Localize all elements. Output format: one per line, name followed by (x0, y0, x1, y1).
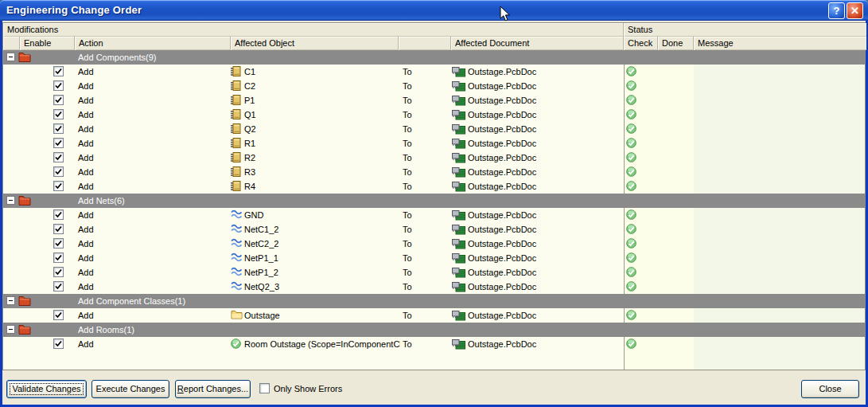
preposition-cell: To (403, 237, 412, 251)
table-row: AddR2ToOutstage.PcbDoc (3, 151, 865, 165)
table-row: AddNetQ2_3ToOutstage.PcbDoc (3, 280, 865, 294)
modifications-grid: Add Components(9)AddC1ToOutstage.PcbDocA… (3, 50, 865, 370)
preposition-cell: To (403, 337, 412, 351)
collapse-expander-icon[interactable] (6, 53, 15, 61)
column-header-check[interactable]: Check (624, 37, 658, 50)
action-cell: Add (78, 122, 94, 136)
pcbdoc-icon (452, 225, 465, 237)
action-cell: Add (78, 165, 94, 179)
preposition-cell: To (403, 179, 412, 194)
net-icon (231, 281, 243, 292)
component-icon (231, 109, 241, 121)
execute-changes-button[interactable]: Execute Changes (91, 380, 169, 398)
only-show-errors-label[interactable]: Only Show Errors (274, 383, 342, 394)
check-status-ok-icon (626, 66, 636, 78)
close-button[interactable]: Close (801, 380, 859, 398)
enable-checkbox[interactable] (53, 138, 64, 148)
help-icon[interactable]: ? (828, 2, 845, 19)
enable-checkbox[interactable] (53, 109, 64, 119)
enable-checkbox[interactable] (53, 238, 64, 249)
pcbdoc-icon (452, 268, 465, 280)
affected-document-cell: Outstage.PcbDoc (468, 251, 536, 265)
table-row: AddNetC2_2ToOutstage.PcbDoc (3, 237, 865, 251)
enable-checkbox[interactable] (53, 166, 64, 177)
affected-document-cell: Outstage.PcbDoc (468, 280, 536, 294)
group-row: Add Components(9) (3, 50, 865, 65)
action-cell: Add (78, 280, 94, 294)
group-label: Add Nets(6) (78, 194, 125, 208)
column-header-affected-object[interactable]: Affected Object (231, 37, 399, 50)
titlebar[interactable]: Engineering Change Order ? ✕ (0, 0, 868, 21)
action-cell: Add (78, 208, 94, 222)
component-icon (231, 123, 241, 135)
check-status-ok-icon (626, 310, 636, 322)
preposition-cell: To (403, 79, 412, 93)
validate-changes-button[interactable]: Validate Changes (6, 380, 87, 398)
enable-checkbox[interactable] (53, 66, 64, 76)
table-row: AddC1ToOutstage.PcbDoc (3, 65, 865, 79)
enable-checkbox[interactable] (53, 252, 64, 263)
component-icon (231, 152, 241, 164)
action-cell: Add (78, 179, 94, 194)
component-icon (231, 95, 241, 107)
enable-checkbox[interactable] (53, 152, 64, 162)
affected-object-cell: C1 (244, 65, 400, 79)
enable-checkbox[interactable] (53, 267, 64, 277)
table-row: AddR4ToOutstage.PcbDoc (3, 179, 865, 194)
check-status-ok-icon (626, 123, 636, 135)
action-cell: Add (78, 251, 94, 265)
close-icon[interactable]: ✕ (847, 2, 863, 19)
net-icon (231, 209, 243, 221)
only-show-errors-checkbox[interactable] (259, 383, 270, 393)
group-label: Add Rooms(1) (78, 323, 134, 337)
pcbdoc-icon (452, 253, 465, 265)
modifications-panel: Modifications Status Enable ▽ Action Aff… (2, 22, 866, 370)
column-header-enable[interactable]: Enable ▽ (20, 37, 75, 50)
collapse-expander-icon[interactable] (6, 196, 15, 205)
enable-checkbox[interactable] (53, 281, 64, 292)
check-status-ok-icon (626, 209, 636, 221)
column-header-done[interactable]: Done (658, 37, 694, 50)
action-cell: Add (78, 222, 94, 237)
enable-checkbox[interactable] (53, 181, 64, 191)
preposition-cell: To (403, 151, 412, 165)
enable-checkbox[interactable] (53, 80, 64, 91)
action-cell: Add (78, 136, 94, 151)
group-row: Add Nets(6) (3, 194, 865, 208)
preposition-cell: To (403, 65, 412, 79)
enable-checkbox[interactable] (53, 95, 64, 105)
enable-checkbox[interactable] (53, 123, 64, 134)
column-header-message[interactable]: Message (694, 37, 866, 50)
action-cell: Add (78, 79, 94, 93)
column-header-preposition[interactable] (399, 37, 451, 50)
affected-document-cell: Outstage.PcbDoc (468, 122, 536, 136)
enable-checkbox[interactable] (53, 209, 64, 220)
check-status-ok-icon (626, 95, 636, 107)
preposition-cell: To (403, 136, 412, 151)
report-changes-button[interactable]: Report Changes... (175, 380, 251, 398)
action-cell: Add (78, 337, 94, 351)
pcbdoc-icon (452, 282, 465, 294)
group-label: Add Component Classes(1) (78, 294, 185, 308)
check-status-ok-icon (626, 238, 636, 250)
enable-checkbox[interactable] (53, 224, 64, 234)
collapse-expander-icon[interactable] (6, 325, 15, 334)
pcbdoc-icon (452, 339, 465, 351)
collapse-expander-icon[interactable] (6, 296, 15, 305)
column-header-action[interactable]: Action (75, 37, 231, 50)
check-status-ok-icon (626, 152, 636, 164)
table-row: AddNetP1_1ToOutstage.PcbDoc (3, 251, 865, 265)
affected-object-cell: R4 (244, 179, 400, 194)
affected-object-cell: NetQ2_3 (244, 280, 400, 294)
enable-checkbox[interactable] (53, 310, 64, 320)
folder-yellow-icon (231, 310, 243, 321)
preposition-cell: To (403, 308, 412, 323)
check-status-ok-icon (626, 166, 636, 178)
affected-object-cell: NetC2_2 (244, 237, 400, 251)
action-cell: Add (78, 265, 94, 280)
table-row: AddQ2ToOutstage.PcbDoc (3, 122, 865, 136)
component-icon (231, 181, 241, 193)
column-header-affected-document[interactable]: Affected Document (451, 37, 624, 50)
pcbdoc-icon (452, 153, 465, 165)
enable-checkbox[interactable] (53, 339, 64, 349)
